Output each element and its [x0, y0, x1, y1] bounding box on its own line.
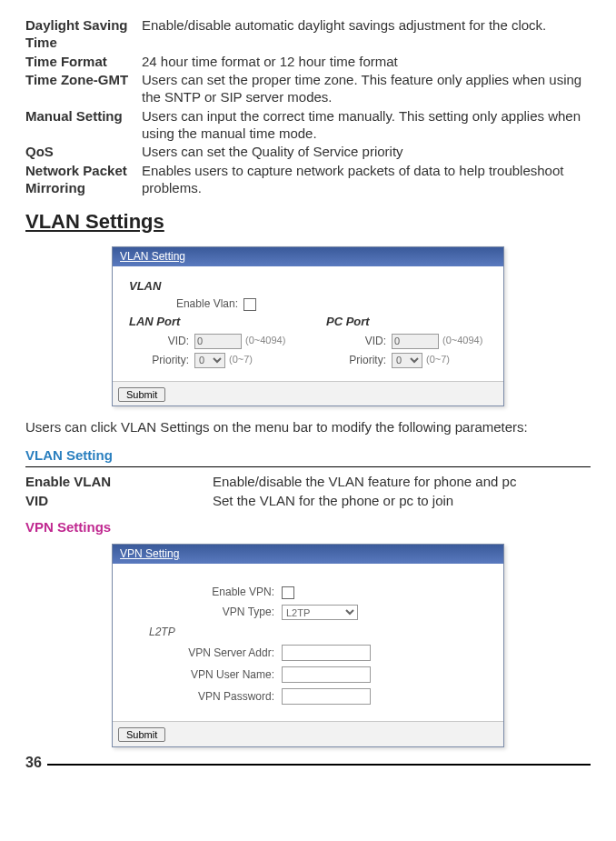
def-row: Daylight Saving Time Enable/disable auto… — [25, 16, 591, 53]
priority-label: Priority: — [129, 354, 194, 367]
def-row: Manual Setting Users can input the corre… — [25, 107, 591, 144]
vlan-setting-subhead: VLAN Setting — [25, 447, 591, 465]
pc-priority-select[interactable]: 0 — [392, 353, 422, 368]
vpn-user-label: VPN User Name: — [129, 668, 282, 682]
vpn-settings-subhead: VPN Settings — [25, 519, 591, 536]
vpn-submit-button[interactable]: Submit — [118, 727, 165, 742]
vlan-settings-heading: VLAN Settings — [25, 209, 591, 235]
def-desc: 24 hour time format or 12 hour time form… — [142, 53, 591, 72]
def-term: Manual Setting — [25, 107, 142, 144]
enable-vlan-label: Enable Vlan: — [165, 297, 243, 311]
vlan-body-text: Users can click VLAN Settings on the men… — [25, 419, 591, 436]
dialog-title: VPN Setting — [113, 545, 503, 564]
def-term: Daylight Saving Time — [25, 16, 142, 53]
vpn-server-input[interactable] — [282, 645, 371, 661]
vlan-submit-button[interactable]: Submit — [118, 387, 165, 402]
priority-range: (0~7) — [229, 354, 253, 366]
def-row: Enable VLAN Enable/disable the VLAN feat… — [25, 473, 591, 492]
def-term: QoS — [25, 143, 142, 162]
pc-vid-input[interactable] — [392, 334, 439, 349]
vpn-type-select[interactable]: L2TP — [282, 605, 358, 620]
enable-vpn-label: Enable VPN: — [129, 586, 282, 599]
l2tp-section-label: L2TP — [149, 626, 487, 639]
def-desc: Users can input the correct time manuall… — [142, 107, 591, 144]
def-row: Time Zone-GMT Users can set the proper t… — [25, 71, 591, 107]
enable-vpn-checkbox[interactable] — [282, 586, 294, 599]
dialog-title: VLAN Setting — [113, 247, 503, 266]
def-row: Time Format 24 hour time format or 12 ho… — [25, 53, 591, 72]
def-term: Time Zone-GMT — [25, 71, 142, 107]
lan-port-label: LAN Port — [129, 315, 290, 329]
vid-label: VID: — [326, 335, 392, 348]
pc-port-label: PC Port — [326, 315, 487, 329]
def-desc: Set the VLAN for the phone or pc to join — [213, 492, 591, 511]
vpn-user-input[interactable] — [282, 666, 371, 683]
def-term: VID — [25, 492, 213, 511]
vid-range: (0~4094) — [245, 335, 285, 347]
enable-vlan-checkbox[interactable] — [243, 298, 256, 311]
vid-label: VID: — [129, 335, 194, 348]
settings-definitions: Daylight Saving Time Enable/disable auto… — [25, 16, 591, 198]
vpn-pass-input[interactable] — [282, 688, 371, 705]
page-footer: 36 — [25, 764, 591, 780]
vlan-section-label: VLAN — [129, 279, 487, 294]
def-desc: Enable/disable automatic daylight saving… — [142, 16, 591, 53]
page-number: 36 — [25, 755, 47, 770]
def-row: Network Packet Mirroring Enables users t… — [25, 162, 591, 198]
def-row: QoS Users can set the Quality of Service… — [25, 143, 591, 162]
vpn-type-label: VPN Type: — [129, 606, 282, 619]
def-row: VID Set the VLAN for the phone or pc to … — [25, 492, 591, 511]
vpn-pass-label: VPN Password: — [129, 690, 282, 704]
vpn-server-label: VPN Server Addr: — [129, 646, 282, 660]
def-term: Time Format — [25, 53, 142, 72]
def-desc: Users can set the Quality of Service pri… — [142, 143, 591, 162]
priority-label: Priority: — [326, 354, 392, 367]
def-desc: Enables users to capture network packets… — [142, 162, 591, 198]
lan-vid-input[interactable] — [194, 334, 242, 349]
vpn-dialog-screenshot: VPN Setting Enable VPN: VPN Type: L2TP L… — [25, 544, 591, 747]
vlan-definitions: Enable VLAN Enable/disable the VLAN feat… — [25, 473, 591, 511]
def-desc: Enable/disable the VLAN feature for phon… — [213, 473, 591, 492]
lan-priority-select[interactable]: 0 — [194, 353, 225, 368]
priority-range: (0~7) — [426, 354, 450, 366]
vlan-dialog-screenshot: VLAN Setting VLAN Enable Vlan: LAN Port … — [25, 246, 591, 406]
vid-range: (0~4094) — [442, 335, 482, 347]
def-term: Enable VLAN — [25, 473, 213, 492]
def-term: Network Packet Mirroring — [25, 162, 142, 198]
divider — [25, 466, 591, 467]
def-desc: Users can set the proper time zone. This… — [142, 71, 591, 107]
